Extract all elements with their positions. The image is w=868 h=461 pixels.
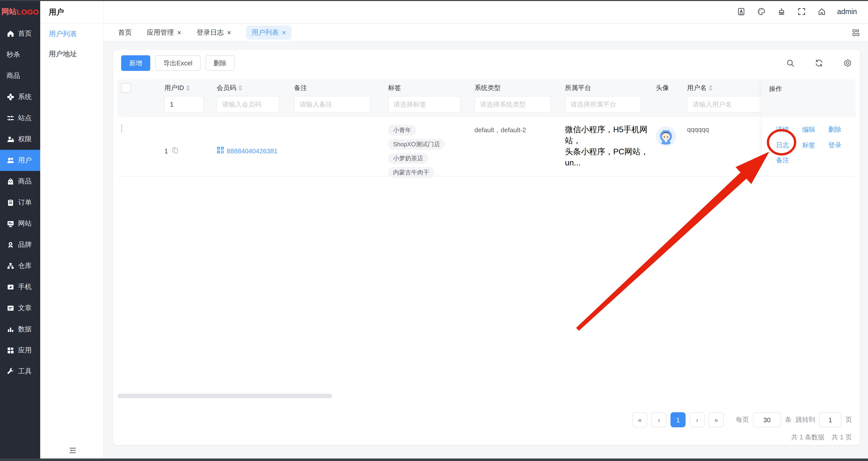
sidebar-item-home[interactable]: 首页 — [0, 23, 40, 44]
logo-text-en: LOGO — [17, 7, 39, 16]
sidebar-item-data[interactable]: 数据 — [0, 319, 40, 340]
sidebar-item-website[interactable]: 网站 — [0, 213, 40, 234]
filter-user-id-input[interactable] — [164, 96, 204, 113]
sidebar-item-goods-custom[interactable]: 商品 — [0, 65, 40, 87]
sidebar-item-label: 商品 — [6, 71, 20, 81]
collapse-sidebar-icon[interactable] — [66, 445, 77, 456]
fullscreen-icon[interactable] — [797, 7, 806, 16]
sidebar-item-user[interactable]: 用户 — [0, 150, 40, 171]
secondary-sidebar: 用户 用户列表 用户地址 — [40, 0, 103, 461]
pager-page-1-button[interactable]: 1 — [671, 412, 686, 427]
column-label: 备注 — [294, 83, 307, 92]
per-page-input[interactable] — [753, 412, 781, 427]
gear-icon — [6, 93, 14, 101]
table-row: 1 88884040426381 小青年 ShopXO测试门店 小梦奶茶店 内蒙… — [118, 117, 856, 177]
sidebar-item-order[interactable]: 订单 — [0, 192, 40, 213]
column-header-member-code[interactable]: 会员码 — [217, 83, 294, 92]
clipboard-icon — [6, 198, 14, 207]
sort-icon[interactable] — [186, 85, 190, 91]
clear-cache-broom-icon[interactable] — [777, 7, 786, 16]
sidebar-item-article[interactable]: 文章 — [0, 298, 40, 319]
close-icon[interactable]: ✕ — [177, 29, 181, 36]
filter-username-input[interactable] — [687, 96, 770, 113]
pager-next-button[interactable]: › — [689, 412, 705, 427]
export-excel-button[interactable]: 导出Excel — [155, 55, 200, 71]
sidebar-item-label: 应用 — [18, 346, 32, 355]
sort-icon[interactable] — [238, 85, 242, 91]
tab-user-list[interactable]: 用户列表✕ — [247, 26, 291, 40]
close-icon[interactable]: ✕ — [282, 29, 286, 36]
op-login-link[interactable]: 登录 — [828, 141, 841, 150]
sort-icon[interactable] — [709, 85, 713, 91]
tab-home[interactable]: 首页 — [118, 28, 132, 37]
sidebar-item-label: 权限 — [18, 135, 32, 144]
column-header-user-id[interactable]: 用户ID — [164, 83, 217, 92]
row-checkbox[interactable] — [121, 124, 122, 133]
filter-member-code-input[interactable] — [217, 96, 279, 113]
sidebar-item-tools[interactable]: 工具 — [0, 361, 40, 382]
language-icon[interactable] — [737, 7, 746, 16]
sidebar-item-warehouse[interactable]: 仓库 — [0, 255, 40, 277]
column-label: 用户ID — [164, 83, 184, 92]
user-menu[interactable]: admin — [837, 7, 857, 16]
tab-menu-grid-icon[interactable] — [852, 29, 860, 37]
member-code-link[interactable]: 88884040426381 — [227, 147, 277, 155]
cell-note — [294, 117, 388, 176]
horizontal-scrollbar-thumb[interactable] — [118, 394, 332, 398]
filter-system-type-select[interactable] — [474, 96, 551, 113]
select-all-checkbox[interactable] — [121, 83, 131, 93]
tab-app-manage[interactable]: 应用管理✕ — [147, 28, 181, 37]
add-button[interactable]: 新增 — [121, 55, 150, 71]
sidebar-item-system[interactable]: 系统 — [0, 87, 40, 107]
sidebar-item-goods[interactable]: 商品 — [0, 171, 40, 192]
refresh-icon[interactable] — [815, 59, 823, 67]
settings-icon[interactable] — [843, 59, 852, 67]
sidebar-item-label: 网站 — [18, 219, 32, 228]
pager-last-button[interactable]: » — [709, 412, 724, 427]
filter-tags-select[interactable] — [388, 96, 461, 113]
filter-platform-select[interactable] — [565, 96, 641, 113]
op-delete-link[interactable]: 删除 — [828, 125, 841, 134]
platform-line: 头条小程序，PC网站，un... — [565, 146, 656, 168]
goto-page-input[interactable] — [819, 412, 841, 427]
column-label: 系统类型 — [474, 83, 501, 92]
home-shortcut-icon[interactable] — [817, 7, 826, 16]
sidebar-item-mobile[interactable]: 手机 — [0, 277, 40, 298]
avatar[interactable] — [656, 126, 676, 146]
submenu-item-user-address[interactable]: 用户地址 — [40, 44, 103, 64]
sidebar-item-brand[interactable]: 品牌 — [0, 234, 40, 255]
pagination-totals: 共 1 条数据 共 1 页 — [791, 433, 852, 442]
theme-palette-icon[interactable] — [757, 7, 766, 16]
sidebar-item-app[interactable]: 应用 — [0, 340, 40, 361]
user-table: 用户ID 会员码 备注 标签 系统类型 所属平台 头像 用户名 — [118, 80, 856, 177]
copy-icon[interactable] — [172, 147, 179, 155]
submenu-item-user-list[interactable]: 用户列表 — [40, 24, 103, 44]
sliders-icon — [6, 114, 14, 122]
search-icon[interactable] — [786, 59, 795, 67]
pager-first-button[interactable]: « — [632, 412, 647, 427]
sidebar-item-label: 商品 — [18, 177, 32, 186]
tab-login-log[interactable]: 登录日志✕ — [196, 28, 231, 37]
close-icon[interactable]: ✕ — [227, 29, 231, 36]
app-grid-icon — [6, 346, 14, 355]
tab-label: 首页 — [118, 28, 132, 37]
sidebar-item-label: 品牌 — [18, 240, 32, 249]
pager-prev-button[interactable]: ‹ — [651, 412, 666, 427]
op-edit-link[interactable]: 编辑 — [802, 125, 815, 134]
delete-button[interactable]: 删除 — [206, 55, 235, 71]
op-note-link[interactable]: 备注 — [776, 156, 789, 165]
filter-note-input[interactable] — [294, 96, 370, 113]
op-tag-link[interactable]: 标签 — [802, 141, 815, 150]
op-detail-link[interactable]: 详情 — [776, 125, 789, 134]
sidebar-item-label: 订单 — [18, 198, 32, 207]
op-log-link[interactable]: 日志 — [776, 141, 789, 150]
qrcode-icon[interactable] — [217, 146, 224, 155]
column-label: 操作 — [769, 85, 782, 93]
site-logo[interactable]: 网站LOGO — [0, 0, 40, 23]
cell-ops: 详情 编辑 删除 日志 标签 登录 备注 — [762, 117, 856, 176]
sidebar-item-seckill[interactable]: 秒杀 — [0, 44, 40, 65]
sidebar-item-site[interactable]: 站点 — [0, 107, 40, 129]
column-header-platform: 所属平台 — [565, 83, 656, 92]
sidebar-item-permission[interactable]: 权限 — [0, 129, 40, 150]
cell-member-code: 88884040426381 — [217, 117, 294, 176]
